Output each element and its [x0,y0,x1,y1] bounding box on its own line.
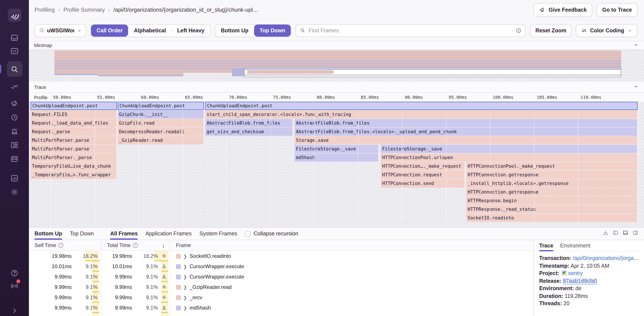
flame-frame[interactable]: HTTPResponse.begin [466,197,638,205]
flame-frame[interactable]: HTTPConnection.request [381,171,465,179]
chevron-right-icon[interactable]: ❯ [183,295,187,300]
flame-frame[interactable]: HTTPResponse._read_status [466,205,638,213]
flame-frame[interactable]: HTTPConnection.getresponse [466,171,638,179]
flame-frame[interactable]: _TemporaryFile…>.func_wrapper [31,171,117,179]
tab-top-down[interactable]: Top Down [70,228,94,240]
flame-frame[interactable]: HTTPConnectionPool._make_request [466,162,638,170]
table-row[interactable]: 10.01ms9.1%10.01ms9.1%❯CursorWrapper.exe… [29,261,534,272]
chevron-right-icon[interactable]: ❯ [183,306,187,310]
flame-frame[interactable]: GzipChunk.__init__ [118,110,204,119]
sidebar-item-performance[interactable] [7,80,22,93]
sidebar-item-releases[interactable] [7,152,22,165]
sidebar-collapse-toggle[interactable] [7,304,22,316]
thread-selector-dropdown[interactable]: uWSGIWor… [34,24,86,37]
layout-left-button[interactable] [612,230,618,238]
flame-frame[interactable]: MultiPartParser.parse [31,145,117,153]
flame-frame[interactable]: HTTPConnection…._make_request [381,162,465,170]
tab-application-frames[interactable]: Application Frames [146,228,192,240]
chevron-right-icon[interactable]: ❯ [183,274,187,279]
chevron-right-icon[interactable]: ❯ [183,254,187,259]
field-value[interactable]: sentry [568,270,583,276]
flame-frame[interactable]: ChunkUploadEndpoint.post [31,102,117,110]
field-value[interactable]: 87aab1d9cfa0 [563,278,597,284]
table-row[interactable]: 19.98ms18.2%19.98ms18.2%❯SocketIO.readin… [29,251,534,261]
go-to-trace-button[interactable]: Go to Trace [596,3,638,16]
sidebar-item-search[interactable] [7,61,22,77]
table-row[interactable]: 9.99ms9.1%9.99ms9.1%❯md5hash [29,303,534,313]
total-time-column-header[interactable]: Total Time? ↓ [101,240,170,251]
flame-frame[interactable]: SocketIO.readinto [466,214,638,222]
tab-all-frames[interactable]: All Frames [110,228,138,240]
sort-option-left-heavy[interactable]: Left Heavy [172,24,210,36]
breadcrumb-item[interactable]: Profiling [34,6,55,13]
sidebar-item-help[interactable] [7,267,22,279]
sidebar-item-explore[interactable] [7,44,22,57]
breadcrumb-item[interactable]: Profile Summary [64,6,105,13]
sidebar-item-stats[interactable] [7,172,22,185]
sort-option-call-order[interactable]: Call Order [91,24,128,36]
flame-frame[interactable]: GzipFile.read [118,119,204,127]
self-time-column-header[interactable]: Self Time? [29,240,101,251]
flame-frame[interactable]: FilestoreStorage._save [381,145,638,153]
direction-option-bottom-up[interactable]: Bottom Up [215,24,254,36]
breadcrumb-item[interactable]: /api/0/organizations/{organization_id_or… [114,6,258,13]
chevron-right-icon[interactable]: ❯ [183,285,187,290]
field-value[interactable]: /api/0/organizations/{organ… [573,255,642,261]
flame-frame[interactable]: MultiPartParser._parse [31,153,117,162]
trace-collapse-button[interactable] [633,84,639,90]
sidebar-item-feedback[interactable] [7,97,22,109]
flame-frame[interactable]: Request.FILES [31,110,117,119]
flame-frame[interactable]: AbstractFileBlob.from_files.<locals>._up… [294,128,638,136]
sidebar-item-settings[interactable] [7,185,22,198]
sidebar-item-issues[interactable] [7,31,22,44]
flame-frame[interactable]: Request._parse [31,128,117,136]
flame-frame[interactable]: HTTPConnectionPool.urlopen [381,153,638,162]
collapse-recursion-toggle[interactable]: Collapse recursion [245,228,298,240]
flame-frame[interactable]: ChunkUploadEndpoint.post [205,102,638,110]
flame-frame[interactable]: Storage.save [294,136,638,144]
minimap-collapse-button[interactable] [633,42,639,48]
color-coding-button[interactable]: Color Coding [576,24,638,37]
flame-frame[interactable]: AbstractFileBlob.from_files [294,119,638,127]
sidebar-item-dashboards[interactable] [7,138,22,151]
flamegraph-canvas[interactable]: ChunkUploadEndpoint.postChunkUploadEndpo… [29,102,644,227]
collapse-recursion-checkbox[interactable] [245,231,250,237]
table-row[interactable] [29,313,534,316]
flame-frame[interactable]: MultiPartParser.parse [31,136,117,144]
flame-frame[interactable]: FilestoreStorage._save [294,145,379,153]
flame-frame[interactable]: AbstractFileBlob.from_files [205,119,293,127]
table-row[interactable]: 9.99ms9.1%9.99ms9.1%❯_GzipReader.read [29,282,534,292]
sidebar-item-alerts[interactable] [7,125,22,138]
layout-right-button[interactable] [632,230,638,238]
export-button[interactable] [602,230,609,238]
table-row[interactable]: 9.99ms9.1%9.99ms9.1%❯CursorWrapper.execu… [29,272,534,282]
table-row[interactable]: 9.99ms9.1%9.99ms9.1%❯_recv [29,292,534,303]
flame-frame[interactable]: _install_httplib.<locals>.getresponse [466,179,638,188]
chevron-right-icon[interactable]: ❯ [183,264,187,269]
find-frames-input[interactable] [309,27,513,33]
reset-zoom-button[interactable]: Reset Zoom [530,24,572,37]
layout-bottom-button[interactable] [622,230,628,238]
minimap-viewport[interactable] [244,68,621,77]
flame-frame[interactable]: HTTPConnection.send [381,179,465,188]
give-feedback-button[interactable]: Give Feedback [534,3,592,16]
flame-frame[interactable]: ChunkUploadEndpoint.post [118,102,204,110]
direction-option-top-down[interactable]: Top Down [254,24,291,36]
sentry-logo[interactable] [8,9,21,22]
minimap-canvas[interactable] [29,49,644,81]
flame-frame[interactable]: get_size_and_checksum [205,128,293,136]
sort-option-alphabetical[interactable]: Alphabetical [128,24,172,36]
tab-system-frames[interactable]: System Frames [200,228,237,240]
flame-frame[interactable]: HTTPConnection.getresponse [466,188,638,196]
details-tab-trace[interactable]: Trace [539,240,553,251]
frame-column-header[interactable]: Frame [170,240,534,251]
sidebar-item-replays[interactable] [7,111,22,124]
details-tab-environment[interactable]: Environment [560,240,590,251]
flame-frame[interactable]: TemporaryFileU…ive_data_chunk [31,162,117,170]
find-frames-search[interactable] [296,24,526,37]
flame-frame[interactable]: DecompressReader.readall [118,128,204,136]
flame-frame[interactable]: _GzipReader.read [118,136,204,144]
tab-bottom-up[interactable]: Bottom Up [34,228,62,240]
flame-frame[interactable]: md5hash [294,153,379,162]
flame-frame[interactable]: Request._load_data_and_files [31,119,117,127]
